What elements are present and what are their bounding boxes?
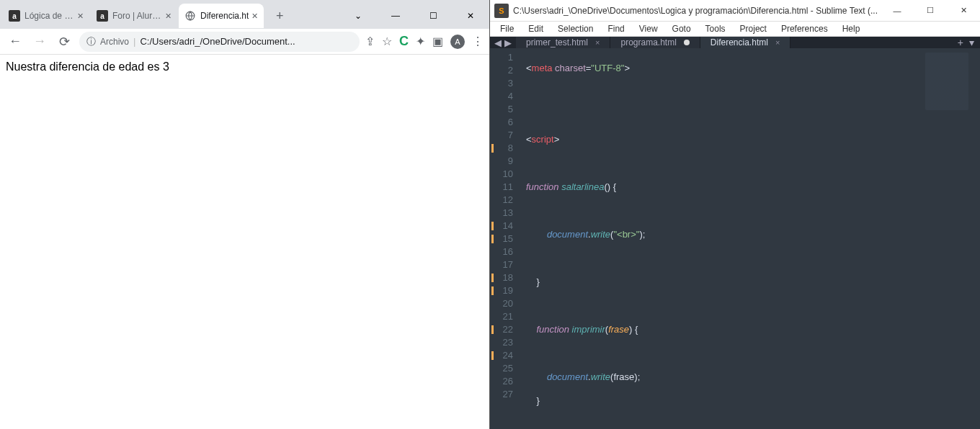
tab-prev-icon[interactable]: ◀ xyxy=(494,37,502,48)
tab-next-icon[interactable]: ▶ xyxy=(504,37,512,48)
menu-find[interactable]: Find xyxy=(602,22,630,36)
chrome-toolbar: ← → ⟳ ⓘ Archivo | C:/Users/adri_/OneDriv… xyxy=(0,29,489,55)
favicon-globe-icon xyxy=(184,10,196,22)
sublime-window: S C:\Users\adri_\OneDrive\Documentos\Log… xyxy=(490,0,980,429)
address-chip: Archivo xyxy=(100,37,129,47)
chrome-window: a Lógica de pro ✕ a Foro | Alura L ✕ Dif… xyxy=(0,0,490,429)
editor-tab-bar: ◀ ▶ primer_test.html × programa.html Dif… xyxy=(490,37,980,48)
menu-icon[interactable]: ⋮ xyxy=(472,35,484,48)
window-icon[interactable]: ▣ xyxy=(432,35,443,48)
line-number: 11 xyxy=(490,181,523,194)
star-icon[interactable]: ☆ xyxy=(382,35,392,48)
close-icon[interactable]: ✕ xyxy=(165,12,172,21)
line-number: 6 xyxy=(490,116,523,129)
line-number: 23 xyxy=(490,336,523,349)
close-icon[interactable]: ✕ xyxy=(77,12,84,21)
menu-preferences[interactable]: Preferences xyxy=(775,22,834,36)
tab-title: Foro | Alura L xyxy=(112,11,162,21)
maximize-button[interactable]: ☐ xyxy=(914,0,947,22)
tab-title: Diferencia.ht xyxy=(200,11,249,21)
close-icon[interactable]: × xyxy=(775,38,780,47)
line-number: 16 xyxy=(490,245,523,258)
line-number: 7 xyxy=(490,129,523,142)
chrome-window-controls: ⌄ — ☐ ✕ xyxy=(348,11,486,21)
address-text: C:/Users/adri_/OneDrive/Document... xyxy=(140,36,295,47)
menu-goto[interactable]: Goto xyxy=(667,22,697,36)
close-window-button[interactable]: ✕ xyxy=(947,0,980,22)
minimap-view xyxy=(925,53,968,110)
page-content: Nuestra diferencia de edad es 3 xyxy=(0,55,489,429)
line-number: 22 xyxy=(490,323,523,336)
line-number: 19 xyxy=(490,284,523,297)
new-tab-plus-icon[interactable]: + xyxy=(958,37,963,48)
favicon-alura-icon: a xyxy=(9,10,20,22)
line-number: 21 xyxy=(490,310,523,323)
menu-project[interactable]: Project xyxy=(734,22,772,36)
favicon-alura-icon: a xyxy=(97,10,108,22)
line-number: 24 xyxy=(490,349,523,362)
code-area[interactable]: <meta charset="UTF-8"> <script> function… xyxy=(523,48,922,429)
editor-tab-0[interactable]: primer_test.html × xyxy=(516,37,610,48)
editor-titlebar: S C:\Users\adri_\OneDrive\Documentos\Log… xyxy=(490,0,980,22)
minimize-button[interactable]: — xyxy=(386,11,406,21)
chrome-tab-2[interactable]: Diferencia.ht ✕ xyxy=(179,4,264,28)
editor-tab-2[interactable]: Diferencia.html × xyxy=(700,37,790,48)
menu-selection[interactable]: Selection xyxy=(552,22,599,36)
line-number: 10 xyxy=(490,168,523,181)
minimize-button[interactable]: — xyxy=(881,0,914,22)
dirty-dot-icon xyxy=(684,40,690,45)
editor-tab-1[interactable]: programa.html xyxy=(610,37,700,48)
tab-title: Lógica de pro xyxy=(24,11,74,21)
menu-tools[interactable]: Tools xyxy=(700,22,731,36)
gutter: 1234567891011121314151617181920212223242… xyxy=(490,48,523,429)
chrome-tab-strip: a Lógica de pro ✕ a Foro | Alura L ✕ Dif… xyxy=(0,0,489,29)
info-icon[interactable]: ⓘ xyxy=(86,35,96,48)
line-number: 1 xyxy=(490,51,523,64)
editor-title: C:\Users\adri_\OneDrive\Documentos\Logic… xyxy=(513,6,881,16)
extension-c-icon[interactable]: C xyxy=(399,34,409,49)
back-button[interactable]: ← xyxy=(6,32,24,51)
reload-button[interactable]: ⟳ xyxy=(55,32,74,51)
tab-menu-icon[interactable]: ▾ xyxy=(969,37,974,48)
line-number: 3 xyxy=(490,77,523,90)
chrome-tab-0[interactable]: a Lógica de pro ✕ xyxy=(3,4,89,28)
line-number: 13 xyxy=(490,207,523,220)
line-number: 14 xyxy=(490,220,523,232)
profile-avatar[interactable]: A xyxy=(450,35,465,49)
minimap[interactable] xyxy=(922,48,980,429)
address-bar[interactable]: ⓘ Archivo | C:/Users/adri_/OneDrive/Docu… xyxy=(79,32,360,52)
body-text: Nuestra diferencia de edad es 3 xyxy=(6,60,169,73)
line-number: 4 xyxy=(490,90,523,103)
editor-menubar: File Edit Selection Find View Goto Tools… xyxy=(490,22,980,37)
close-icon[interactable]: × xyxy=(595,38,600,47)
line-number: 8 xyxy=(490,142,523,155)
line-number: 15 xyxy=(490,232,523,245)
line-number: 26 xyxy=(490,375,523,388)
tab-label: Diferencia.html xyxy=(710,37,768,48)
line-number: 12 xyxy=(490,194,523,207)
line-number: 20 xyxy=(490,297,523,310)
line-number: 27 xyxy=(490,388,523,401)
separator: | xyxy=(133,36,135,47)
sublime-logo-icon: S xyxy=(494,4,509,18)
line-number: 17 xyxy=(490,258,523,271)
line-number: 9 xyxy=(490,155,523,168)
new-tab-button[interactable]: + xyxy=(270,6,290,26)
menu-help[interactable]: Help xyxy=(837,22,866,36)
line-number: 2 xyxy=(490,64,523,77)
line-number: 25 xyxy=(490,362,523,375)
menu-file[interactable]: File xyxy=(494,22,520,36)
forward-button[interactable]: → xyxy=(30,32,49,51)
chevron-down-icon[interactable]: ⌄ xyxy=(348,11,368,21)
chrome-tab-1[interactable]: a Foro | Alura L ✕ xyxy=(91,4,177,28)
tab-label: programa.html xyxy=(620,37,676,48)
close-window-button[interactable]: ✕ xyxy=(460,11,481,21)
maximize-button[interactable]: ☐ xyxy=(423,11,443,21)
menu-view[interactable]: View xyxy=(633,22,664,36)
share-icon[interactable]: ⇪ xyxy=(365,35,375,48)
editor-body: 1234567891011121314151617181920212223242… xyxy=(490,48,980,429)
menu-edit[interactable]: Edit xyxy=(522,22,549,36)
close-icon[interactable]: ✕ xyxy=(251,12,258,21)
tab-label: primer_test.html xyxy=(526,37,588,48)
extensions-puzzle-icon[interactable]: ✦ xyxy=(416,35,425,48)
